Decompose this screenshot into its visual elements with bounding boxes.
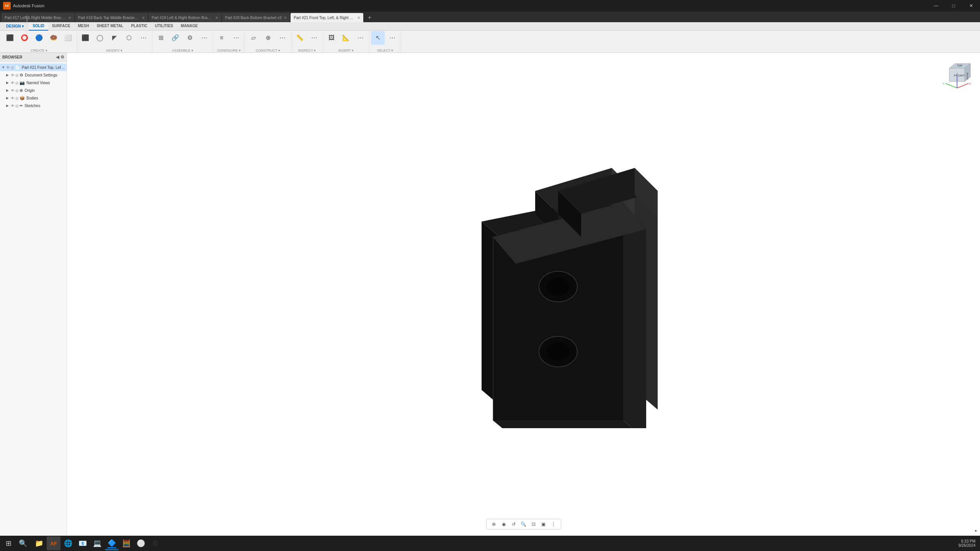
tool-btn-more[interactable]: ⋯ xyxy=(385,31,399,45)
tool-btn-new-body[interactable]: ⬛ xyxy=(3,31,17,45)
view-cube[interactable]: FRONT RIGHT TOP X Y Z xyxy=(942,60,972,91)
viewport[interactable]: FRONT RIGHT TOP X Y Z ⊕ ◉ ↺ 🔍 ⊡ ▣ ⋮ ● xyxy=(67,53,980,536)
3d-model xyxy=(390,160,658,428)
browser-collapse-icon[interactable]: ◀ xyxy=(56,55,59,60)
tool-btn-mid-plane[interactable]: ⊕ xyxy=(261,31,275,45)
tool-btn-fillet[interactable]: ◯ xyxy=(93,31,107,45)
light-icon[interactable]: ◎ xyxy=(15,96,19,100)
eye-icon[interactable]: 👁 xyxy=(11,104,15,108)
tree-item-named-views[interactable]: ▶👁◎📷Named Views xyxy=(0,79,67,86)
tree-item-bodies[interactable]: ▶👁◎📦Bodies xyxy=(0,94,67,102)
zoom-btn[interactable]: 🔍 xyxy=(519,520,528,528)
tool-btn-torus[interactable]: 🍩 xyxy=(47,31,60,45)
tree-label-root: Part #21 Front Top, Left, & Rig... xyxy=(22,65,65,70)
ribbon-tab-solid[interactable]: SOLID xyxy=(29,22,48,31)
tool-btn-canvas[interactable]: 📐 xyxy=(339,31,353,45)
tool-btn-joint[interactable]: 🔗 xyxy=(168,31,182,45)
snap-btn[interactable]: ⊕ xyxy=(490,520,498,528)
tree-arrow-named-views[interactable]: ▶ xyxy=(6,81,11,85)
title-bar: AF Autodesk Fusion — □ ✕ xyxy=(0,0,980,11)
light-icon[interactable]: ◎ xyxy=(15,73,19,77)
tool-btn-more[interactable]: ⋯ xyxy=(137,31,150,45)
tool-btn-more[interactable]: ⋯ xyxy=(276,31,289,45)
tree-arrow-origin[interactable]: ▶ xyxy=(6,88,11,92)
light-icon[interactable]: ◎ xyxy=(15,88,19,93)
taskbar-app-fusion[interactable]: AF xyxy=(47,536,60,550)
tab-close-4[interactable]: ✕ xyxy=(357,16,360,20)
minimize-button[interactable]: — xyxy=(927,0,945,11)
undo-view-btn[interactable]: ↺ xyxy=(510,520,518,528)
tree-arrow-bodies[interactable]: ▶ xyxy=(6,96,11,100)
tool-group-label-inspect: INSPECT ▾ xyxy=(293,49,321,52)
tool-btn-more[interactable]: ⋯ xyxy=(229,31,243,45)
tree-item-origin[interactable]: ▶👁◎⊕Origin xyxy=(0,86,67,94)
tab-4[interactable]: Part #21 Front Top, Left, & Right Bracke… xyxy=(291,13,363,22)
taskbar-app-explorer[interactable]: 📁 xyxy=(32,536,46,550)
tree-item-root[interactable]: ▼👁◎📄Part #21 Front Top, Left, & Rig... xyxy=(0,64,67,71)
eye-icon[interactable]: 👁 xyxy=(11,73,15,77)
taskbar-app-terminal[interactable]: 💻 xyxy=(90,536,104,550)
tool-btn-more[interactable]: ⋯ xyxy=(198,31,211,45)
ribbon-tab-sheet metal[interactable]: SHEET METAL xyxy=(93,22,127,31)
maximize-button[interactable]: □ xyxy=(945,0,962,11)
eye-icon[interactable]: 👁 xyxy=(6,65,10,70)
tool-btn-motion[interactable]: ⚙ xyxy=(183,31,197,45)
taskbar-app-calc[interactable]: 🧮 xyxy=(119,536,133,550)
ribbon-tab-plastic[interactable]: PLASTIC xyxy=(127,22,151,31)
taskbar-app-vscode[interactable]: 🔷 xyxy=(105,536,119,550)
taskbar-app-settings[interactable]: ⚙ xyxy=(149,536,162,550)
tool-btn-measure[interactable]: 📏 xyxy=(293,31,307,45)
close-button[interactable]: ✕ xyxy=(962,0,980,11)
fit-btn[interactable]: ⊡ xyxy=(529,520,538,528)
tab-2[interactable]: Part #19 Left & Right Bottom Bracket v3✕ xyxy=(149,13,221,22)
tree-arrow-root[interactable]: ▼ xyxy=(2,65,6,69)
tree-arrow-doc-settings[interactable]: ▶ xyxy=(6,73,11,77)
light-icon[interactable]: ◎ xyxy=(11,65,14,70)
tab-close-3[interactable]: ✕ xyxy=(284,16,287,20)
tool-group-label-select: SELECT ▾ xyxy=(371,49,399,52)
new-tab-button[interactable]: + xyxy=(364,13,375,22)
tool-btn-more[interactable]: ⬜ xyxy=(61,31,75,45)
tool-btn-params[interactable]: ≡ xyxy=(215,31,229,45)
taskbar-app-chrome[interactable]: ⚪ xyxy=(134,536,148,550)
tool-btn-shell[interactable]: ⬡ xyxy=(122,31,136,45)
ribbon-tab-mesh[interactable]: MESH xyxy=(74,22,93,31)
ribbon-tab-surface[interactable]: SURFACE xyxy=(48,22,74,31)
tool-btn-press-pull[interactable]: ⬛ xyxy=(78,31,92,45)
orbit-btn[interactable]: ◉ xyxy=(500,520,508,528)
light-icon[interactable]: ◎ xyxy=(15,81,19,85)
tool-btn-more[interactable]: ⋯ xyxy=(354,31,368,45)
search-button[interactable]: 🔍 xyxy=(16,536,30,550)
tree-item-doc-settings[interactable]: ▶👁◎⚙Document Settings xyxy=(0,71,67,79)
eye-icon[interactable]: 👁 xyxy=(11,81,15,85)
ribbon-tab-manage[interactable]: MANAGE xyxy=(177,22,201,31)
tab-close-1[interactable]: ✕ xyxy=(142,16,145,20)
tool-btn-decal[interactable]: 🖼 xyxy=(325,31,338,45)
tree-item-sketches[interactable]: ▶👁◎✏Sketches xyxy=(0,102,67,109)
tab-close-2[interactable]: ✕ xyxy=(215,16,218,20)
display-btn[interactable]: ▣ xyxy=(539,520,548,528)
tool-btn-cylinder[interactable]: ⭕ xyxy=(18,31,31,45)
taskbar-clock[interactable]: 6:33 PM 9/26/2024 xyxy=(959,539,976,548)
tool-btn-plane[interactable]: ▱ xyxy=(247,31,260,45)
tab-close-0[interactable]: ✕ xyxy=(68,16,71,20)
tree-arrow-sketches[interactable]: ▶ xyxy=(6,104,11,108)
taskbar-app-mail[interactable]: 📧 xyxy=(76,536,90,550)
eye-icon[interactable]: 👁 xyxy=(11,96,15,100)
tool-btn-select[interactable]: ↖ xyxy=(371,31,385,45)
light-icon[interactable]: ◎ xyxy=(15,104,19,108)
tab-1[interactable]: Part #18 Back Top Middle Bracket v3✕ xyxy=(75,13,148,22)
tool-btn-sphere[interactable]: 🔵 xyxy=(32,31,46,45)
tab-3[interactable]: Part #20 Back Bottom Bracket v3✕ xyxy=(222,13,290,22)
more-view-btn[interactable]: ⋮ xyxy=(549,520,558,528)
tool-btn-component[interactable]: ⊞ xyxy=(154,31,168,45)
tree-icon-doc-settings: ⚙ xyxy=(20,73,23,78)
ribbon-tab-utilities[interactable]: UTILITIES xyxy=(151,22,177,31)
eye-icon[interactable]: 👁 xyxy=(11,88,15,93)
taskbar-app-edge[interactable]: 🌐 xyxy=(61,536,75,550)
tool-group-label-assemble: ASSEMBLE ▾ xyxy=(154,49,211,52)
start-button[interactable]: ⊞ xyxy=(2,536,15,550)
browser-settings-icon[interactable]: ⚙ xyxy=(60,55,64,60)
tool-btn-more[interactable]: ⋯ xyxy=(307,31,321,45)
tool-btn-chamfer[interactable]: ◤ xyxy=(108,31,121,45)
